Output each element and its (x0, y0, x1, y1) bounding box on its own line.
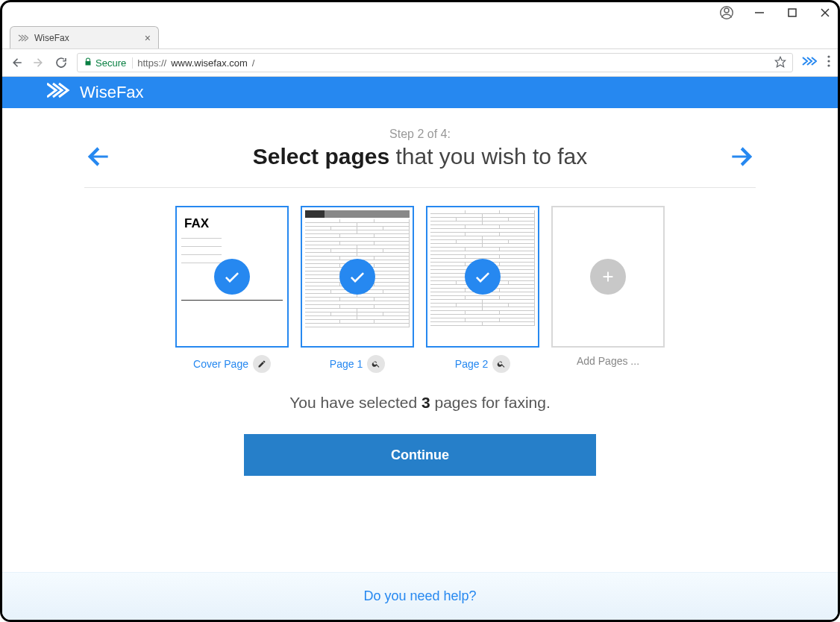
thumb-add-col: Add Pages ... (551, 206, 665, 373)
thumb-page1-col: Page 1 (301, 206, 414, 373)
thumbnail-page-2[interactable] (426, 206, 539, 348)
secure-badge: Secure (84, 57, 133, 69)
page2-label[interactable]: Page 2 (455, 358, 488, 370)
svg-point-0 (724, 8, 729, 13)
heading-bold: Select pages (253, 144, 389, 169)
browser-window: WiseFax × Secure https://www.wisefax.com… (0, 0, 840, 622)
maximize-icon[interactable] (786, 6, 799, 19)
add-pages-label-row: Add Pages ... (577, 355, 639, 367)
zoom-page2-button[interactable] (492, 355, 510, 373)
edit-cover-button[interactable] (253, 355, 271, 373)
heading-rest: that you wish to fax (389, 144, 587, 169)
add-pages-label[interactable]: Add Pages ... (577, 355, 639, 367)
prev-step-arrow-icon[interactable] (84, 142, 113, 171)
thumb-page2-col: Page 2 (426, 206, 539, 373)
page2-label-row: Page 2 (455, 355, 510, 373)
next-step-arrow-icon[interactable] (727, 142, 756, 171)
back-icon[interactable] (10, 56, 23, 69)
secure-label: Secure (95, 57, 126, 69)
heading-row: Select pages that you wish to fax (84, 144, 756, 188)
brand-name: WiseFax (80, 83, 144, 102)
browser-tab[interactable]: WiseFax × (10, 26, 159, 48)
tab-strip: WiseFax × (2, 23, 838, 48)
window-titlebar (2, 2, 838, 23)
tab-favicon-icon (18, 33, 28, 43)
thumbnail-cover-page[interactable]: FAX (175, 206, 289, 348)
reload-icon[interactable] (54, 56, 68, 69)
brand-header: WiseFax (2, 77, 838, 108)
svg-point-7 (827, 55, 830, 57)
url-host: www.wisefax.com (171, 57, 248, 69)
url-path: / (252, 57, 255, 69)
bookmark-star-icon[interactable] (774, 56, 786, 70)
summary-suffix: pages for faxing. (430, 394, 551, 411)
selection-summary: You have selected 3 pages for faxing. (84, 394, 756, 412)
extension-icon[interactable] (802, 56, 817, 69)
svg-point-9 (827, 64, 830, 66)
summary-count: 3 (421, 394, 430, 411)
tab-title: WiseFax (34, 33, 139, 43)
svg-marker-6 (775, 57, 785, 66)
minimize-icon[interactable] (753, 6, 766, 19)
url-scheme: https:// (137, 57, 166, 69)
page-heading: Select pages that you wish to fax (253, 144, 588, 169)
page1-label[interactable]: Page 1 (330, 358, 363, 370)
step-label: Step 2 of 4: (84, 128, 756, 141)
page1-label-row: Page 1 (330, 355, 385, 373)
close-icon[interactable] (818, 6, 832, 19)
summary-prefix: You have selected (289, 394, 421, 411)
address-bar: Secure https://www.wisefax.com/ (2, 48, 838, 77)
forward-icon (32, 56, 46, 69)
menu-dots-icon[interactable] (827, 55, 830, 70)
lock-icon (84, 57, 93, 69)
zoom-page1-button[interactable] (367, 355, 385, 373)
thumbnail-page-1[interactable] (301, 206, 414, 348)
svg-point-8 (827, 60, 830, 62)
add-pages-tile[interactable] (551, 206, 665, 348)
profile-icon[interactable] (720, 6, 733, 19)
thumbnail-row: FAX Cover Page (84, 206, 756, 373)
selected-check-icon (339, 259, 375, 295)
help-text: Do you need help? (363, 588, 476, 604)
cover-fax-text: FAX (181, 212, 283, 234)
main-content: Step 2 of 4: Select pages that you wish … (2, 108, 838, 476)
svg-rect-3 (789, 9, 796, 16)
url-box[interactable]: Secure https://www.wisefax.com/ (77, 53, 793, 72)
tab-close-icon[interactable]: × (145, 32, 151, 44)
continue-button[interactable]: Continue (244, 434, 596, 476)
plus-icon (590, 259, 626, 295)
cover-page-label[interactable]: Cover Page (193, 358, 248, 370)
brand-logo-icon (47, 81, 72, 104)
cover-label-row: Cover Page (193, 355, 271, 373)
selected-check-icon (214, 259, 250, 295)
thumb-cover-col: FAX Cover Page (175, 206, 289, 373)
toolbar-right (802, 55, 830, 70)
help-bar[interactable]: Do you need help? (2, 572, 838, 620)
selected-check-icon (465, 259, 501, 295)
